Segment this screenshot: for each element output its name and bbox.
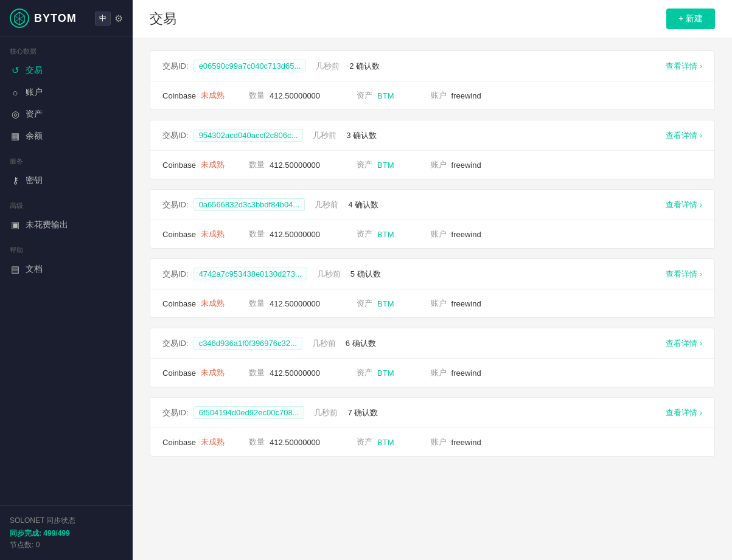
sync-complete-value: 499/499 <box>43 529 69 538</box>
tx-time-4: 几秒前 <box>312 338 336 349</box>
sidebar-item-label: 账户 <box>26 87 43 98</box>
tx-status-4: 未成熟 <box>201 367 225 378</box>
tx-detail-link-1[interactable]: 查看详情 › <box>666 130 702 141</box>
tx-card-0: 交易ID: e06590c99a7c040c713d65... 几秒前 2 确认… <box>150 50 715 110</box>
tx-account-label-3: 账户 <box>431 298 447 309</box>
tx-account-value-0: freewind <box>451 91 481 100</box>
lang-button[interactable]: 中 <box>95 12 111 26</box>
tx-confirms-2: 4 确认数 <box>348 199 378 210</box>
tx-body-5: Coinbase 未成熟 数量 412.50000000 资产 BTM 账户 f… <box>150 428 714 456</box>
sidebar-item-docs[interactable]: ▤ 文档 <box>0 258 133 280</box>
tx-detail-link-2[interactable]: 查看详情 › <box>666 199 702 210</box>
sync-nodes: 节点数: 0 <box>10 540 123 550</box>
header-badges: 中 ⚙ <box>95 12 123 26</box>
tx-time-0: 几秒前 <box>316 61 340 72</box>
tx-card-1: 交易ID: 954302acd040accf2c806c... 几秒前 3 确认… <box>150 120 715 179</box>
tx-detail-link-3[interactable]: 查看详情 › <box>666 269 702 280</box>
tx-asset-label-5: 资产 <box>357 437 372 448</box>
tx-asset-value-3: BTM <box>377 299 394 308</box>
main-header: 交易 + 新建 <box>133 0 732 38</box>
tx-amount-label-5: 数量 <box>249 437 265 448</box>
sidebar-item-keys[interactable]: ⚷ 密钥 <box>0 170 133 192</box>
tx-status-5: 未成熟 <box>201 437 225 448</box>
tx-amount-label-1: 数量 <box>249 159 265 170</box>
tx-asset-label-4: 资产 <box>357 367 372 378</box>
sync-complete: 同步完成: 499/499 <box>10 528 123 539</box>
sidebar-item-label: 资产 <box>26 109 43 120</box>
tx-amount-label-4: 数量 <box>249 367 265 378</box>
logo-text: BYTOM <box>34 12 77 25</box>
tx-coinbase-1: Coinbase <box>162 161 196 170</box>
tx-amount-value-0: 412.50000000 <box>270 91 320 100</box>
transactions-icon: ↺ <box>10 65 21 76</box>
tx-amount-value-4: 412.50000000 <box>270 368 320 378</box>
sidebar-section-service: 服务 ⚷ 密钥 <box>0 147 133 192</box>
tx-body-0: Coinbase 未成熟 数量 412.50000000 资产 BTM 账户 f… <box>150 81 714 109</box>
tx-asset-value-0: BTM <box>377 91 394 100</box>
tx-card-4: 交易ID: c346d936a1f0f396976c32... 几秒前 6 确认… <box>150 328 715 387</box>
sidebar-header: BYTOM 中 ⚙ <box>0 0 133 37</box>
tx-status-3: 未成熟 <box>201 298 225 309</box>
tx-status-0: 未成熟 <box>201 90 225 101</box>
settings-icon[interactable]: ⚙ <box>114 13 123 24</box>
sidebar-item-label: 交易 <box>26 65 43 76</box>
tx-amount-value-3: 412.50000000 <box>270 299 320 308</box>
tx-card-2: 交易ID: 0a6566832d3c3bbdf84b04... 几秒前 4 确认… <box>150 189 715 249</box>
sync-complete-label: 同步完成: <box>10 529 43 538</box>
section-label-core: 核心数据 <box>0 37 133 60</box>
tx-account-label-2: 账户 <box>431 229 447 240</box>
new-transaction-button[interactable]: + 新建 <box>666 9 715 29</box>
tx-asset-value-5: BTM <box>377 438 394 447</box>
tx-account-value-2: freewind <box>451 230 481 239</box>
tx-account-value-4: freewind <box>451 368 481 378</box>
tx-id-value-3: 4742a7c953438e0130d273... <box>193 268 307 280</box>
tx-detail-link-5[interactable]: 查看详情 › <box>666 407 702 418</box>
tx-header-0: 交易ID: e06590c99a7c040c713d65... 几秒前 2 确认… <box>150 51 714 81</box>
tx-header-3: 交易ID: 4742a7c953438e0130d273... 几秒前 5 确认… <box>150 259 714 289</box>
bytom-logo-icon <box>10 9 29 28</box>
tx-account-value-3: freewind <box>451 299 481 308</box>
tx-status-1: 未成熟 <box>201 159 225 170</box>
tx-amount-label-3: 数量 <box>249 298 265 309</box>
tx-detail-link-4[interactable]: 查看详情 › <box>666 338 702 349</box>
tx-time-1: 几秒前 <box>313 130 336 141</box>
tx-asset-value-1: BTM <box>377 161 394 170</box>
tx-coinbase-5: Coinbase <box>162 438 196 447</box>
tx-amount-value-5: 412.50000000 <box>270 438 320 447</box>
accounts-icon: ○ <box>10 88 21 98</box>
sidebar-section-help: 帮助 ▤ 文档 <box>0 236 133 280</box>
balance-icon: ▦ <box>10 131 21 142</box>
tx-amount-label-2: 数量 <box>249 229 265 240</box>
tx-id-label-1: 交易ID: <box>162 130 189 141</box>
sidebar-item-balance[interactable]: ▦ 余额 <box>0 125 133 147</box>
tx-body-2: Coinbase 未成熟 数量 412.50000000 资产 BTM 账户 f… <box>150 220 714 248</box>
tx-body-1: Coinbase 未成熟 数量 412.50000000 资产 BTM 账户 f… <box>150 151 714 179</box>
sidebar-item-assets[interactable]: ◎ 资产 <box>0 103 133 125</box>
tx-coinbase-3: Coinbase <box>162 299 196 308</box>
tx-confirms-3: 5 确认数 <box>350 269 381 280</box>
tx-time-3: 几秒前 <box>317 269 341 280</box>
transaction-list: 交易ID: e06590c99a7c040c713d65... 几秒前 2 确认… <box>133 38 732 560</box>
section-label-help: 帮助 <box>0 236 133 258</box>
tx-account-label-0: 账户 <box>431 90 447 101</box>
tx-time-5: 几秒前 <box>314 407 338 418</box>
tx-detail-link-0[interactable]: 查看详情 › <box>666 61 702 72</box>
tx-amount-label-0: 数量 <box>249 90 265 101</box>
tx-id-label-2: 交易ID: <box>162 199 189 210</box>
sidebar-section-core: 核心数据 ↺ 交易 ○ 账户 ◎ 资产 ▦ 余额 <box>0 37 133 147</box>
sidebar-item-utxo[interactable]: ▣ 未花费输出 <box>0 214 133 236</box>
assets-icon: ◎ <box>10 109 21 120</box>
tx-id-label-5: 交易ID: <box>162 407 189 418</box>
sidebar-item-accounts[interactable]: ○ 账户 <box>0 81 133 103</box>
sidebar-footer: SOLONET 同步状态 同步完成: 499/499 节点数: 0 <box>0 505 133 560</box>
sidebar-item-label: 密钥 <box>26 175 43 186</box>
tx-id-label-0: 交易ID: <box>162 61 189 72</box>
sidebar-item-label: 未花费输出 <box>26 220 68 230</box>
tx-asset-label-2: 资产 <box>357 229 372 240</box>
docs-icon: ▤ <box>10 264 21 275</box>
tx-coinbase-4: Coinbase <box>162 368 196 378</box>
tx-card-5: 交易ID: 6f504194d0ed92ec00c708... 几秒前 7 确认… <box>150 397 715 457</box>
sidebar-item-transactions[interactable]: ↺ 交易 <box>0 60 133 81</box>
tx-coinbase-2: Coinbase <box>162 230 196 239</box>
tx-amount-value-2: 412.50000000 <box>270 230 320 239</box>
